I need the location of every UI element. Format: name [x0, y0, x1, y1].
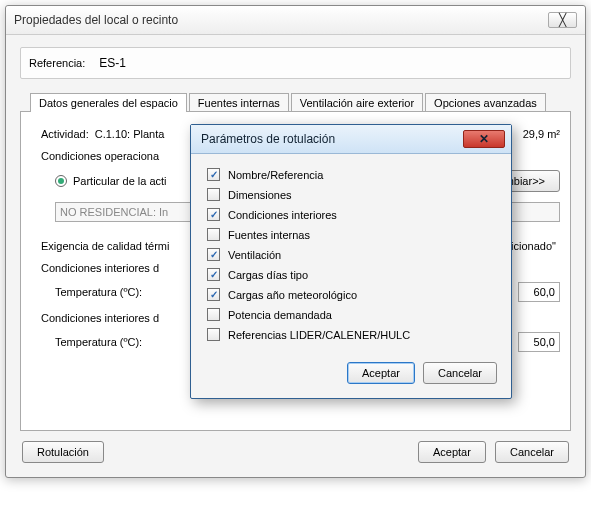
checkbox[interactable]: ✓: [207, 268, 220, 281]
temperature-1-input[interactable]: [518, 282, 560, 302]
dialog-title: Parámetros de rotulación: [201, 132, 335, 146]
reference-input[interactable]: [97, 54, 562, 72]
checkbox-label: Potencia demandada: [228, 309, 332, 321]
checkbox-label: Cargas año meteorológico: [228, 289, 357, 301]
rotulacion-button[interactable]: Rotulación: [22, 441, 104, 463]
radio-particular[interactable]: [55, 175, 67, 187]
checkbox[interactable]: ✓: [207, 288, 220, 301]
checkbox-row: ✓Nombre/Referencia: [207, 168, 495, 181]
window-title: Propiedades del local o recinto: [14, 13, 178, 27]
temperature-2-label: Temperatura (ºC):: [55, 336, 142, 348]
checkbox-row: ✓Cargas días tipo: [207, 268, 495, 281]
dialog-close-icon[interactable]: ✕: [463, 130, 505, 148]
dialog-titlebar[interactable]: Parámetros de rotulación ✕: [191, 125, 511, 154]
checkbox-label: Cargas días tipo: [228, 269, 308, 281]
area-value: 29,9 m²: [523, 128, 560, 140]
checkbox-row: Fuentes internas: [207, 228, 495, 241]
rotulacion-dialog: Parámetros de rotulación ✕ ✓Nombre/Refer…: [190, 124, 512, 399]
tab-internal-sources[interactable]: Fuentes internas: [189, 93, 289, 112]
radio-particular-label: Particular de la acti: [73, 175, 167, 187]
reference-label: Referencia:: [29, 57, 85, 69]
activity-value: C.1.10: Planta: [95, 128, 165, 140]
checkbox-label: Fuentes internas: [228, 229, 310, 241]
checkbox-row: Referencias LIDER/CALENER/HULC: [207, 328, 495, 341]
tab-general[interactable]: Datos generales del espacio: [30, 93, 187, 112]
dialog-button-bar: Aceptar Cancelar: [191, 354, 511, 398]
reference-field: Referencia:: [20, 47, 571, 79]
tab-bar: Datos generales del espacio Fuentes inte…: [30, 93, 571, 112]
window-titlebar[interactable]: Propiedades del local o recinto ╳: [6, 6, 585, 35]
checkbox[interactable]: [207, 228, 220, 241]
checkbox-label: Nombre/Referencia: [228, 169, 323, 181]
checkbox[interactable]: ✓: [207, 168, 220, 181]
checkbox[interactable]: [207, 308, 220, 321]
checkbox-row: ✓Ventilación: [207, 248, 495, 261]
checkbox-row: ✓Cargas año meteorológico: [207, 288, 495, 301]
checkbox[interactable]: ✓: [207, 248, 220, 261]
checkbox-row: Potencia demandada: [207, 308, 495, 321]
checkbox[interactable]: [207, 188, 220, 201]
checkbox-label: Ventilación: [228, 249, 281, 261]
thermal-quality-label: Exigencia de calidad térmi: [41, 240, 169, 252]
dialog-cancel-button[interactable]: Cancelar: [423, 362, 497, 384]
dialog-body: ✓Nombre/ReferenciaDimensiones✓Condicione…: [191, 154, 511, 354]
close-icon[interactable]: ╳: [548, 12, 577, 28]
checkbox-row: Dimensiones: [207, 188, 495, 201]
temperature-1-label: Temperatura (ºC):: [55, 286, 142, 298]
checkbox[interactable]: ✓: [207, 208, 220, 221]
tab-ventilation[interactable]: Ventilación aire exterior: [291, 93, 423, 112]
checkbox[interactable]: [207, 328, 220, 341]
accept-button[interactable]: Aceptar: [418, 441, 486, 463]
activity-label: Actividad:: [41, 128, 89, 140]
checkbox-label: Condiciones interiores: [228, 209, 337, 221]
cancel-button[interactable]: Cancelar: [495, 441, 569, 463]
checkbox-row: ✓Condiciones interiores: [207, 208, 495, 221]
checkbox-label: Referencias LIDER/CALENER/HULC: [228, 329, 410, 341]
checkbox-label: Dimensiones: [228, 189, 292, 201]
window-button-bar: Rotulación Aceptar Cancelar: [20, 441, 571, 463]
dialog-accept-button[interactable]: Aceptar: [347, 362, 415, 384]
temperature-2-input[interactable]: [518, 332, 560, 352]
tab-advanced[interactable]: Opciones avanzadas: [425, 93, 546, 112]
